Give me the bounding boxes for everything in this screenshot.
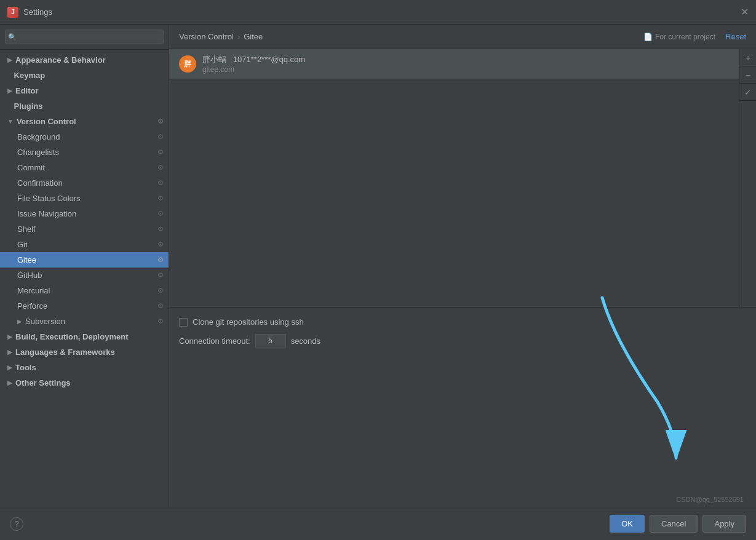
accounts-section: 胖 胖小蜗 1071**2***@qq.com gitee.com (169, 49, 756, 308)
git-settings-icon: ⚙ (157, 240, 164, 248)
breadcrumb-separator: › (237, 32, 240, 41)
sidebar-item-confirmation[interactable]: Confirmation ⚙ (0, 175, 169, 191)
sidebar-item-label: Commit (17, 163, 45, 172)
app-icon: J (7, 7, 18, 18)
sidebar-item-label: Other Settings (15, 378, 71, 387)
sidebar-item-label: Background (17, 132, 60, 141)
breadcrumb-root[interactable]: Version Control (179, 32, 234, 41)
panel-body: 胖 胖小蜗 1071**2***@qq.com gitee.com (169, 49, 756, 507)
sidebar-item-issue-navigation[interactable]: Issue Navigation ⚙ (0, 206, 169, 221)
bg-settings-icon: ⚙ (157, 133, 164, 141)
settings-window: J Settings ✕ ▶ Appearance & Behavior (0, 0, 756, 540)
in-settings-icon: ⚙ (157, 210, 164, 218)
ok-button[interactable]: OK (610, 515, 645, 533)
search-input[interactable] (5, 30, 164, 44)
sidebar-item-label: Tools (15, 363, 36, 372)
sidebar-item-label: Gitee (17, 255, 36, 264)
accounts-list-area: 胖 胖小蜗 1071**2***@qq.com gitee.com (169, 49, 739, 307)
arrow-vc: ▼ (7, 118, 14, 125)
account-name: 胖小蜗 1071**2***@qq.com (202, 54, 305, 65)
sidebar-item-perforce[interactable]: Perforce ⚙ (0, 298, 169, 314)
sidebar-item-label: Keymap (14, 71, 46, 80)
arrow-annotation (584, 292, 719, 488)
arrow-languages: ▶ (7, 349, 12, 355)
arrow-tools: ▶ (7, 364, 12, 371)
for-project-label: For current project (655, 33, 715, 41)
sidebar-item-label: Perforce (17, 301, 47, 311)
sidebar-item-commit[interactable]: Commit ⚙ (0, 160, 169, 175)
search-box (0, 25, 169, 50)
account-info: 胖小蜗 1071**2***@qq.com gitee.com (202, 54, 305, 74)
sidebar-item-file-status-colors[interactable]: File Status Colors ⚙ (0, 191, 169, 206)
sidebar: ▶ Appearance & Behavior Keymap ▶ Editor … (0, 25, 169, 507)
main-content: ▶ Appearance & Behavior Keymap ▶ Editor … (0, 25, 756, 507)
account-item[interactable]: 胖 胖小蜗 1071**2***@qq.com gitee.com (169, 49, 739, 79)
check-account-button[interactable]: ✓ (739, 84, 756, 101)
titlebar: J Settings ✕ (0, 0, 756, 25)
clone-ssh-checkbox[interactable] (179, 318, 188, 327)
arrow-appearance: ▶ (7, 57, 12, 63)
perforce-settings-icon: ⚙ (157, 302, 164, 310)
account-domain: gitee.com (202, 65, 305, 74)
shelf-settings-icon: ⚙ (157, 225, 164, 233)
clone-ssh-label: Clone git repositories using ssh (193, 317, 304, 327)
sidebar-item-label: Issue Navigation (17, 209, 76, 218)
breadcrumb-current: Gitee (244, 32, 263, 41)
search-wrapper (5, 30, 164, 44)
watermark: CSDN@qq_52552691 (676, 496, 744, 503)
sidebar-item-label: Plugins (14, 101, 43, 111)
reset-button[interactable]: Reset (725, 32, 746, 41)
footer-left: ? (10, 517, 23, 531)
cancel-button[interactable]: Cancel (650, 515, 698, 533)
timeout-input[interactable] (255, 334, 286, 347)
remove-account-button[interactable]: − (739, 66, 756, 84)
sidebar-item-git[interactable]: Git ⚙ (0, 237, 169, 252)
sidebar-item-subversion[interactable]: ▶ Subversion ⚙ (0, 314, 169, 329)
add-account-button[interactable]: + (739, 49, 756, 66)
sidebar-item-label: Appearance & Behavior (15, 55, 106, 65)
avatar: 胖 (179, 55, 196, 73)
sidebar-item-mercurial[interactable]: Mercurial ⚙ (0, 283, 169, 298)
sidebar-item-background[interactable]: Background ⚙ (0, 129, 169, 145)
sidebar-item-label: Editor (15, 86, 39, 95)
sidebar-item-editor[interactable]: ▶ Editor (0, 83, 169, 98)
breadcrumb: Version Control › Gitee (179, 32, 643, 41)
sidebar-item-label: Build, Execution, Deployment (15, 332, 128, 341)
right-panel: Version Control › Gitee 📄 For current pr… (169, 25, 756, 507)
avatar-text: 胖 (184, 59, 191, 69)
sidebar-tree: ▶ Appearance & Behavior Keymap ▶ Editor … (0, 50, 169, 507)
conf-settings-icon: ⚙ (157, 179, 164, 187)
sidebar-item-github[interactable]: GitHub ⚙ (0, 268, 169, 283)
arrow-keymap (7, 72, 11, 79)
sidebar-item-other-settings[interactable]: ▶ Other Settings (0, 375, 169, 391)
sidebar-item-label: Version Control (17, 117, 76, 126)
sidebar-item-languages[interactable]: ▶ Languages & Frameworks (0, 344, 169, 360)
fsc-settings-icon: ⚙ (157, 194, 164, 202)
help-button[interactable]: ? (10, 517, 23, 531)
sidebar-item-label: Git (17, 240, 28, 249)
sidebar-item-label: Shelf (17, 224, 36, 234)
sidebar-item-tools[interactable]: ▶ Tools (0, 360, 169, 375)
timeout-unit: seconds (291, 336, 320, 346)
for-current-project: 📄 For current project (643, 33, 715, 41)
sidebar-item-shelf[interactable]: Shelf ⚙ (0, 221, 169, 237)
window-title: Settings (23, 7, 52, 17)
apply-button[interactable]: Apply (702, 515, 746, 533)
close-button[interactable]: ✕ (741, 6, 749, 18)
sidebar-item-keymap[interactable]: Keymap (0, 68, 169, 83)
sidebar-item-build[interactable]: ▶ Build, Execution, Deployment (0, 329, 169, 344)
sidebar-item-label: GitHub (17, 271, 42, 280)
footer: ? OK Cancel Apply (0, 507, 756, 540)
commit-settings-icon: ⚙ (157, 164, 164, 172)
sidebar-item-version-control[interactable]: ▼ Version Control ⚙ (0, 114, 169, 129)
sidebar-item-appearance[interactable]: ▶ Appearance & Behavior (0, 52, 169, 68)
sidebar-item-label: Subversion (25, 317, 65, 326)
sidebar-item-gitee[interactable]: Gitee ⚙ (0, 252, 169, 268)
timeout-label: Connection timeout: (179, 336, 250, 346)
sidebar-item-plugins[interactable]: Plugins (0, 98, 169, 114)
sidebar-item-changelists[interactable]: Changelists ⚙ (0, 145, 169, 160)
arrow-plugins (7, 103, 11, 109)
arrow-subversion: ▶ (17, 318, 22, 325)
vc-settings-icon: ⚙ (157, 117, 164, 125)
sidebar-item-label: Languages & Frameworks (15, 347, 115, 357)
